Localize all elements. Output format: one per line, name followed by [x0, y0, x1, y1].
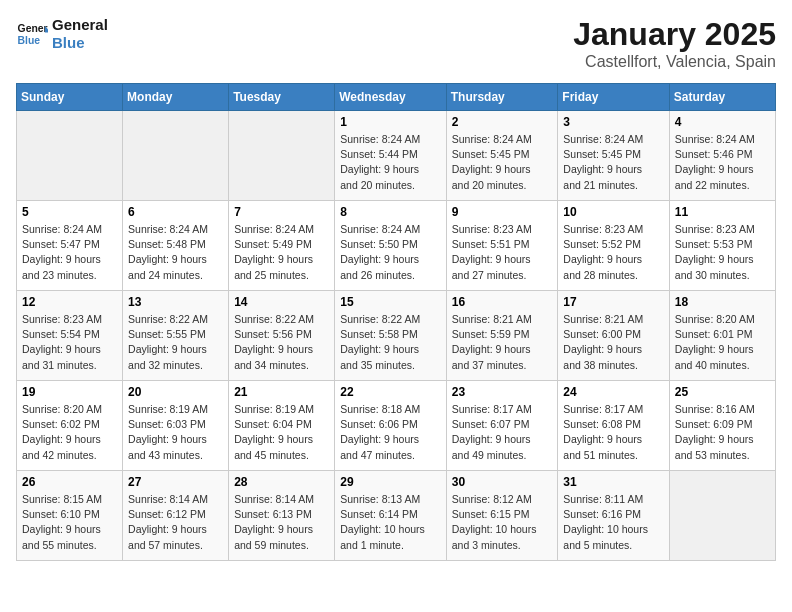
day-number: 29 [340, 475, 441, 489]
header-saturday: Saturday [669, 84, 775, 111]
day-info: Sunrise: 8:24 AM Sunset: 5:47 PM Dayligh… [22, 222, 117, 283]
calendar-cell: 30Sunrise: 8:12 AM Sunset: 6:15 PM Dayli… [446, 471, 558, 561]
calendar-title: January 2025 [573, 16, 776, 53]
calendar-cell: 18Sunrise: 8:20 AM Sunset: 6:01 PM Dayli… [669, 291, 775, 381]
week-row-4: 26Sunrise: 8:15 AM Sunset: 6:10 PM Dayli… [17, 471, 776, 561]
header-tuesday: Tuesday [229, 84, 335, 111]
day-info: Sunrise: 8:22 AM Sunset: 5:55 PM Dayligh… [128, 312, 223, 373]
day-number: 12 [22, 295, 117, 309]
logo-text-blue: Blue [52, 34, 108, 52]
day-number: 31 [563, 475, 664, 489]
day-number: 23 [452, 385, 553, 399]
day-number: 17 [563, 295, 664, 309]
day-number: 13 [128, 295, 223, 309]
svg-text:General: General [18, 23, 48, 34]
header-wednesday: Wednesday [335, 84, 447, 111]
day-info: Sunrise: 8:24 AM Sunset: 5:49 PM Dayligh… [234, 222, 329, 283]
calendar-cell: 22Sunrise: 8:18 AM Sunset: 6:06 PM Dayli… [335, 381, 447, 471]
calendar-cell [669, 471, 775, 561]
day-info: Sunrise: 8:22 AM Sunset: 5:58 PM Dayligh… [340, 312, 441, 373]
calendar-cell: 5Sunrise: 8:24 AM Sunset: 5:47 PM Daylig… [17, 201, 123, 291]
day-info: Sunrise: 8:19 AM Sunset: 6:03 PM Dayligh… [128, 402, 223, 463]
day-info: Sunrise: 8:24 AM Sunset: 5:46 PM Dayligh… [675, 132, 770, 193]
calendar-cell: 13Sunrise: 8:22 AM Sunset: 5:55 PM Dayli… [123, 291, 229, 381]
day-number: 19 [22, 385, 117, 399]
day-info: Sunrise: 8:23 AM Sunset: 5:52 PM Dayligh… [563, 222, 664, 283]
day-info: Sunrise: 8:23 AM Sunset: 5:51 PM Dayligh… [452, 222, 553, 283]
page-header: General Blue General Blue January 2025 C… [16, 16, 776, 71]
day-number: 7 [234, 205, 329, 219]
title-area: January 2025 Castellfort, Valencia, Spai… [573, 16, 776, 71]
day-number: 9 [452, 205, 553, 219]
calendar-cell: 31Sunrise: 8:11 AM Sunset: 6:16 PM Dayli… [558, 471, 670, 561]
calendar-subtitle: Castellfort, Valencia, Spain [573, 53, 776, 71]
day-number: 18 [675, 295, 770, 309]
week-row-3: 19Sunrise: 8:20 AM Sunset: 6:02 PM Dayli… [17, 381, 776, 471]
day-number: 15 [340, 295, 441, 309]
calendar-cell: 29Sunrise: 8:13 AM Sunset: 6:14 PM Dayli… [335, 471, 447, 561]
header-friday: Friday [558, 84, 670, 111]
header-monday: Monday [123, 84, 229, 111]
day-info: Sunrise: 8:11 AM Sunset: 6:16 PM Dayligh… [563, 492, 664, 553]
day-number: 22 [340, 385, 441, 399]
day-info: Sunrise: 8:16 AM Sunset: 6:09 PM Dayligh… [675, 402, 770, 463]
day-info: Sunrise: 8:20 AM Sunset: 6:02 PM Dayligh… [22, 402, 117, 463]
day-number: 2 [452, 115, 553, 129]
calendar-cell: 28Sunrise: 8:14 AM Sunset: 6:13 PM Dayli… [229, 471, 335, 561]
calendar-cell: 8Sunrise: 8:24 AM Sunset: 5:50 PM Daylig… [335, 201, 447, 291]
header-thursday: Thursday [446, 84, 558, 111]
logo-text-general: General [52, 16, 108, 34]
day-number: 16 [452, 295, 553, 309]
calendar-table: SundayMondayTuesdayWednesdayThursdayFrid… [16, 83, 776, 561]
day-number: 24 [563, 385, 664, 399]
day-info: Sunrise: 8:24 AM Sunset: 5:45 PM Dayligh… [452, 132, 553, 193]
svg-text:Blue: Blue [18, 35, 41, 46]
day-info: Sunrise: 8:13 AM Sunset: 6:14 PM Dayligh… [340, 492, 441, 553]
calendar-cell: 1Sunrise: 8:24 AM Sunset: 5:44 PM Daylig… [335, 111, 447, 201]
calendar-cell: 12Sunrise: 8:23 AM Sunset: 5:54 PM Dayli… [17, 291, 123, 381]
day-number: 5 [22, 205, 117, 219]
calendar-cell: 20Sunrise: 8:19 AM Sunset: 6:03 PM Dayli… [123, 381, 229, 471]
calendar-cell: 19Sunrise: 8:20 AM Sunset: 6:02 PM Dayli… [17, 381, 123, 471]
calendar-cell: 27Sunrise: 8:14 AM Sunset: 6:12 PM Dayli… [123, 471, 229, 561]
day-info: Sunrise: 8:19 AM Sunset: 6:04 PM Dayligh… [234, 402, 329, 463]
calendar-cell: 15Sunrise: 8:22 AM Sunset: 5:58 PM Dayli… [335, 291, 447, 381]
calendar-cell: 9Sunrise: 8:23 AM Sunset: 5:51 PM Daylig… [446, 201, 558, 291]
calendar-cell: 17Sunrise: 8:21 AM Sunset: 6:00 PM Dayli… [558, 291, 670, 381]
day-info: Sunrise: 8:14 AM Sunset: 6:12 PM Dayligh… [128, 492, 223, 553]
day-number: 25 [675, 385, 770, 399]
day-number: 21 [234, 385, 329, 399]
calendar-cell: 23Sunrise: 8:17 AM Sunset: 6:07 PM Dayli… [446, 381, 558, 471]
day-number: 8 [340, 205, 441, 219]
day-info: Sunrise: 8:24 AM Sunset: 5:48 PM Dayligh… [128, 222, 223, 283]
week-row-1: 5Sunrise: 8:24 AM Sunset: 5:47 PM Daylig… [17, 201, 776, 291]
day-number: 30 [452, 475, 553, 489]
day-info: Sunrise: 8:12 AM Sunset: 6:15 PM Dayligh… [452, 492, 553, 553]
day-number: 27 [128, 475, 223, 489]
logo-icon: General Blue [16, 18, 48, 50]
day-info: Sunrise: 8:24 AM Sunset: 5:50 PM Dayligh… [340, 222, 441, 283]
week-row-0: 1Sunrise: 8:24 AM Sunset: 5:44 PM Daylig… [17, 111, 776, 201]
calendar-cell: 26Sunrise: 8:15 AM Sunset: 6:10 PM Dayli… [17, 471, 123, 561]
calendar-cell: 16Sunrise: 8:21 AM Sunset: 5:59 PM Dayli… [446, 291, 558, 381]
day-info: Sunrise: 8:20 AM Sunset: 6:01 PM Dayligh… [675, 312, 770, 373]
calendar-cell: 2Sunrise: 8:24 AM Sunset: 5:45 PM Daylig… [446, 111, 558, 201]
day-number: 28 [234, 475, 329, 489]
day-info: Sunrise: 8:18 AM Sunset: 6:06 PM Dayligh… [340, 402, 441, 463]
calendar-cell: 7Sunrise: 8:24 AM Sunset: 5:49 PM Daylig… [229, 201, 335, 291]
logo: General Blue General Blue [16, 16, 108, 52]
day-info: Sunrise: 8:24 AM Sunset: 5:44 PM Dayligh… [340, 132, 441, 193]
week-row-2: 12Sunrise: 8:23 AM Sunset: 5:54 PM Dayli… [17, 291, 776, 381]
day-number: 1 [340, 115, 441, 129]
day-info: Sunrise: 8:24 AM Sunset: 5:45 PM Dayligh… [563, 132, 664, 193]
header-sunday: Sunday [17, 84, 123, 111]
day-info: Sunrise: 8:23 AM Sunset: 5:53 PM Dayligh… [675, 222, 770, 283]
day-number: 26 [22, 475, 117, 489]
day-number: 4 [675, 115, 770, 129]
day-info: Sunrise: 8:14 AM Sunset: 6:13 PM Dayligh… [234, 492, 329, 553]
calendar-cell: 24Sunrise: 8:17 AM Sunset: 6:08 PM Dayli… [558, 381, 670, 471]
day-info: Sunrise: 8:15 AM Sunset: 6:10 PM Dayligh… [22, 492, 117, 553]
calendar-cell [229, 111, 335, 201]
day-number: 10 [563, 205, 664, 219]
calendar-cell: 21Sunrise: 8:19 AM Sunset: 6:04 PM Dayli… [229, 381, 335, 471]
